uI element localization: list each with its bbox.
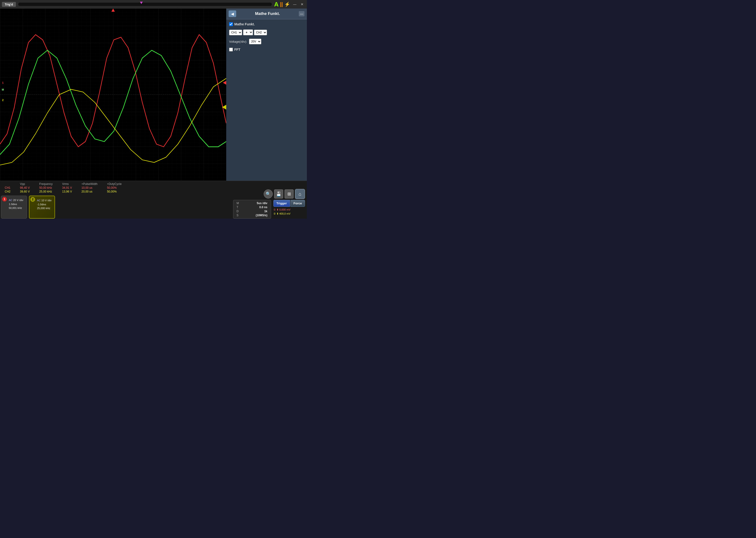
bottom-controls: 1 AC 20 V /div 1.0divs 50,001 kHz 2 AC 1… [0, 195, 307, 219]
ch2-vdiv: 10 V /div [41, 199, 51, 202]
top-right-controls: A || ⚡ — ✕ [274, 1, 305, 7]
panel-minimize-button[interactable]: — [299, 11, 304, 16]
auto-label: A [274, 1, 279, 7]
ch2-box-content: AC 10 V /div -1.0divs 25,000 kHz [37, 198, 52, 210]
fft-label[interactable]: FFT [234, 48, 241, 51]
trigger-right-arrow [223, 81, 226, 85]
screenshot-icon-button[interactable]: ⊞ [285, 189, 294, 198]
ch1-freq: 50,001 kHz [9, 206, 22, 209]
m-key: M [237, 201, 239, 205]
t-key: T [237, 206, 238, 209]
ch2-freq: 25,000 kHz [37, 207, 50, 210]
voltage-label: Voltage(/div): [229, 40, 247, 43]
ch1-box-content: AC 20 V /div 1.0divs 50,001 kHz [9, 198, 25, 210]
ch1-vdiv: 20 V /div [13, 199, 23, 201]
ch1-level-marker: 1 [1, 81, 5, 85]
trig-ch2-value: 400,0 mV [279, 212, 291, 215]
fft-row: FFT [229, 48, 304, 51]
math-funkt-row: Mathe Funkt. [229, 22, 304, 26]
meas-col-label: CH1 CH2 [5, 182, 10, 193]
oscilloscope-screen: 1 M 2 [0, 9, 226, 181]
ch1-ac-label: AC [9, 199, 12, 201]
s-key: S [237, 214, 239, 217]
trigger-info: ① ⬆ 0,000 mV ② ⬆ 400,0 mV [273, 208, 305, 216]
pause-icon[interactable]: || [280, 1, 283, 7]
zoom-icon-button[interactable]: 🔍 [264, 189, 273, 198]
close-button[interactable]: ✕ [299, 2, 305, 7]
trig-ch2-icon: ② ⬆ [273, 212, 279, 215]
trigger-position-marker[interactable] [140, 2, 143, 4]
ch2-badge: 2 [30, 197, 35, 202]
meas-col-pulsewidth: +PulseWidth 10,00 us 20,00 us [81, 182, 97, 193]
right-bottom-area: 🔍 💾 ⊞ ⌂ M 5us /div T 0.0 ns [56, 195, 307, 219]
trig-ch1-value: 0,000 mV [279, 208, 291, 211]
fft-checkbox[interactable] [229, 48, 233, 51]
ch2-level-marker: 2 [1, 98, 5, 102]
trigger-force-section: Trigger Force ① ⬆ 0,000 mV ② ⬆ 400,0 mV [273, 200, 305, 216]
math-level-marker: M [1, 88, 5, 91]
home-icon-button[interactable]: ⌂ [295, 189, 305, 199]
panel-header: ◀ Mathe Funkt. — [226, 9, 307, 20]
ch1-divs: 1.0divs [9, 203, 17, 206]
trigger-line [18, 3, 272, 6]
main-area: 1 M 2 ◀ Mathe Funkt. — Mathe Funkt. CH1 [0, 9, 307, 181]
panel-content: Mathe Funkt. CH1 + - × ÷ CH2 [226, 20, 307, 54]
voltage-select[interactable]: 20V [249, 39, 261, 44]
bottom-section: CH1 CH2 Vpp 98,40 V 39,60 V Frequency 50… [0, 181, 307, 219]
time-row-s: S (10MS/s) [237, 214, 267, 217]
m-val: 5us /div [257, 201, 267, 205]
time-info-box: M 5us /div T 0.0 ns D 1k S (10MS/s) [233, 200, 271, 219]
waveform-display [0, 9, 226, 181]
panel-back-button[interactable]: ◀ [229, 10, 236, 17]
trigger-button[interactable]: Trigger [273, 200, 290, 207]
ch1-badge: 1 [2, 197, 7, 201]
save-icon-button[interactable]: 💾 [274, 189, 283, 198]
time-row-d: D 1k [237, 210, 267, 213]
measurements-bar: CH1 CH2 Vpp 98,40 V 39,60 V Frequency 50… [0, 181, 307, 195]
ch2-ac-label: AC [37, 199, 40, 202]
math-funkt-checkbox[interactable] [229, 22, 233, 26]
meas-col-vrms: Vrms 34,91 V 13,96 V [62, 182, 72, 193]
trig-ch1-icon: ① ⬆ [273, 208, 279, 211]
force-button[interactable]: Force [291, 200, 305, 207]
minimize-button[interactable]: — [292, 2, 298, 7]
meas-col-dutycycle: +DutyCycle 50,00% 50,00% [107, 182, 122, 193]
operator-select[interactable]: + - × ÷ [243, 29, 253, 35]
math-function-panel: ◀ Mathe Funkt. — Mathe Funkt. CH1 + - [226, 9, 307, 181]
ch2-settings-box[interactable]: 2 AC 10 V /div -1.0divs 25,000 kHz [29, 195, 55, 219]
s-val: (10MS/s) [256, 214, 267, 217]
yellow-level-arrow [222, 105, 226, 110]
trigger-force-buttons: Trigger Force [273, 200, 305, 207]
ch1-select[interactable]: CH1 [229, 29, 242, 35]
lightning-icon: ⚡ [284, 1, 290, 7]
top-bar: Trig'd A || ⚡ — ✕ [0, 0, 307, 9]
meas-col-vpp: Vpp 98,40 V 39,60 V [20, 182, 29, 193]
meas-col-freq: Frequency 50,00 kHz 25,00 kHz [39, 182, 53, 193]
trig-badge: Trig'd [2, 2, 16, 7]
ch2-select[interactable]: CH2 [254, 29, 267, 35]
voltage-row: Voltage(/div): 20V [229, 39, 304, 44]
math-funkt-checkbox-label[interactable]: Mathe Funkt. [229, 22, 255, 26]
time-row-t: T 0.0 ns [237, 206, 267, 209]
time-row-m: M 5us /div [237, 201, 267, 205]
ch1-settings-box[interactable]: 1 AC 20 V /div 1.0divs 50,001 kHz [1, 195, 27, 219]
ch2-divs: -1.0divs [37, 203, 46, 206]
d-key: D [237, 210, 239, 213]
d-val: 1k [264, 210, 267, 213]
icon-row: 🔍 💾 ⊞ ⌂ [264, 189, 305, 199]
panel-title: Mathe Funkt. [238, 11, 297, 16]
t-val: 0.0 ns [259, 206, 267, 209]
channel-select-row: CH1 + - × ÷ CH2 [229, 29, 304, 35]
